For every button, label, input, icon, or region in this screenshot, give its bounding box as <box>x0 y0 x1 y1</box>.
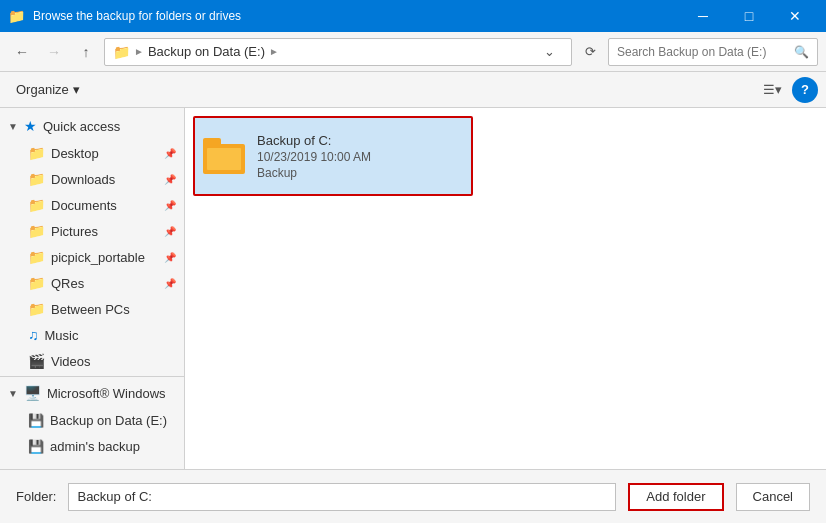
sidebar-item-backup-e[interactable]: 💾 Backup on Data (E:) <box>0 407 184 433</box>
main-content: ▼ ★ Quick access 📁 Desktop 📌 📁 Downloads… <box>0 108 826 469</box>
refresh-button[interactable]: ⟳ <box>576 38 604 66</box>
up-button[interactable]: ↑ <box>72 38 100 66</box>
view-button[interactable]: ☰ ▾ <box>756 77 788 103</box>
folder-body <box>203 144 245 174</box>
sidebar-item-documents[interactable]: 📁 Documents 📌 <box>0 192 184 218</box>
quick-access-label: Quick access <box>43 119 120 134</box>
admins-backup-icon: 💾 <box>28 439 44 454</box>
title-bar-icon: 📁 <box>8 8 25 24</box>
organize-dropdown-icon: ▾ <box>73 82 80 97</box>
folder-label: Folder: <box>16 489 56 504</box>
download-folder-icon: 📁 <box>28 171 45 187</box>
toolbar: Organize ▾ ☰ ▾ ? <box>0 72 826 108</box>
big-folder-icon <box>203 138 245 174</box>
title-bar-controls: ─ □ ✕ <box>680 0 818 32</box>
help-button[interactable]: ? <box>792 77 818 103</box>
qres-folder-icon: 📁 <box>28 275 45 291</box>
sidebar-item-label: Documents <box>51 198 158 213</box>
bottom-bar: Folder: Add folder Cancel <box>0 469 826 523</box>
picpick-folder-icon: 📁 <box>28 249 45 265</box>
sidebar-item-music[interactable]: ♫ Music <box>0 322 184 348</box>
sidebar-item-downloads[interactable]: 📁 Downloads 📌 <box>0 166 184 192</box>
betweenpcs-folder-icon: 📁 <box>28 301 45 317</box>
title-bar-text: Browse the backup for folders or drives <box>33 9 672 23</box>
sidebar-item-betweenpcs[interactable]: 📁 Between PCs <box>0 296 184 322</box>
sidebar-item-label: picpick_portable <box>51 250 158 265</box>
pin-icon: 📌 <box>164 200 176 211</box>
music-icon: ♫ <box>28 327 39 343</box>
star-icon: ★ <box>24 118 37 134</box>
backup-e-icon: 💾 <box>28 413 44 428</box>
folder-shine <box>207 148 241 170</box>
pin-icon: 📌 <box>164 252 176 263</box>
search-box: 🔍 <box>608 38 818 66</box>
docs-folder-icon: 📁 <box>28 197 45 213</box>
sidebar-item-picpick[interactable]: 📁 picpick_portable 📌 <box>0 244 184 270</box>
add-folder-button[interactable]: Add folder <box>628 483 723 511</box>
sidebar-item-admins-backup[interactable]: 💾 admin's backup <box>0 433 184 459</box>
toolbar-right: ☰ ▾ ? <box>756 77 818 103</box>
sidebar-item-label: admin's backup <box>50 439 176 454</box>
search-input[interactable] <box>617 45 794 59</box>
close-button[interactable]: ✕ <box>772 0 818 32</box>
sidebar-item-label: QRes <box>51 276 158 291</box>
view-icon: ☰ <box>763 82 775 97</box>
sidebar-item-label: Videos <box>51 354 176 369</box>
file-name: Backup of C: <box>257 133 371 148</box>
chevron-right-icon: ▼ <box>8 121 18 132</box>
search-icon: 🔍 <box>794 45 809 59</box>
windows-icon: 🖥️ <box>24 385 41 401</box>
sidebar-item-label: Pictures <box>51 224 158 239</box>
organize-label: Organize <box>16 82 69 97</box>
sidebar-item-label: Desktop <box>51 146 158 161</box>
sidebar-item-qres[interactable]: 📁 QRes 📌 <box>0 270 184 296</box>
sidebar-item-label: Between PCs <box>51 302 176 317</box>
file-area: Backup of C: 10/23/2019 10:00 AM Backup <box>185 108 826 469</box>
organize-button[interactable]: Organize ▾ <box>8 77 88 103</box>
sidebar: ▼ ★ Quick access 📁 Desktop 📌 📁 Downloads… <box>0 108 185 469</box>
sidebar-item-ms-windows[interactable]: ▼ 🖥️ Microsoft® Windows <box>0 379 184 407</box>
back-button[interactable]: ← <box>8 38 36 66</box>
sidebar-divider <box>0 376 184 377</box>
folder-icon: 📁 <box>28 145 45 161</box>
file-item-backup-c[interactable]: Backup of C: 10/23/2019 10:00 AM Backup <box>193 116 473 196</box>
path-separator: ► <box>134 46 144 57</box>
file-date: 10/23/2019 10:00 AM <box>257 150 371 164</box>
sidebar-item-desktop[interactable]: 📁 Desktop 📌 <box>0 140 184 166</box>
path-folder-icon: 📁 <box>113 44 130 60</box>
sidebar-item-videos[interactable]: 🎬 Videos <box>0 348 184 374</box>
chevron-right-icon: ▼ <box>8 388 18 399</box>
path-dropdown-btn[interactable]: ⌄ <box>535 38 563 66</box>
address-path[interactable]: 📁 ► Backup on Data (E:) ► ⌄ <box>104 38 572 66</box>
sidebar-item-label: Music <box>45 328 177 343</box>
ms-windows-label: Microsoft® Windows <box>47 386 166 401</box>
view-dropdown-icon: ▾ <box>775 82 782 97</box>
path-segment: Backup on Data (E:) <box>148 44 265 59</box>
maximize-button[interactable]: □ <box>726 0 772 32</box>
pin-icon: 📌 <box>164 174 176 185</box>
pin-icon: 📌 <box>164 148 176 159</box>
pin-icon: 📌 <box>164 226 176 237</box>
pics-folder-icon: 📁 <box>28 223 45 239</box>
title-bar: 📁 Browse the backup for folders or drive… <box>0 0 826 32</box>
video-icon: 🎬 <box>28 353 45 369</box>
pin-icon: 📌 <box>164 278 176 289</box>
forward-button[interactable]: → <box>40 38 68 66</box>
sidebar-item-label: Backup on Data (E:) <box>50 413 176 428</box>
minimize-button[interactable]: ─ <box>680 0 726 32</box>
file-type: Backup <box>257 166 371 180</box>
cancel-button[interactable]: Cancel <box>736 483 810 511</box>
folder-input[interactable] <box>68 483 616 511</box>
path-arrow: ► <box>269 46 279 57</box>
file-info: Backup of C: 10/23/2019 10:00 AM Backup <box>257 133 371 180</box>
address-bar: ← → ↑ 📁 ► Backup on Data (E:) ► ⌄ ⟳ 🔍 <box>0 32 826 72</box>
sidebar-item-label: Downloads <box>51 172 158 187</box>
sidebar-item-pictures[interactable]: 📁 Pictures 📌 <box>0 218 184 244</box>
sidebar-item-quick-access[interactable]: ▼ ★ Quick access <box>0 112 184 140</box>
